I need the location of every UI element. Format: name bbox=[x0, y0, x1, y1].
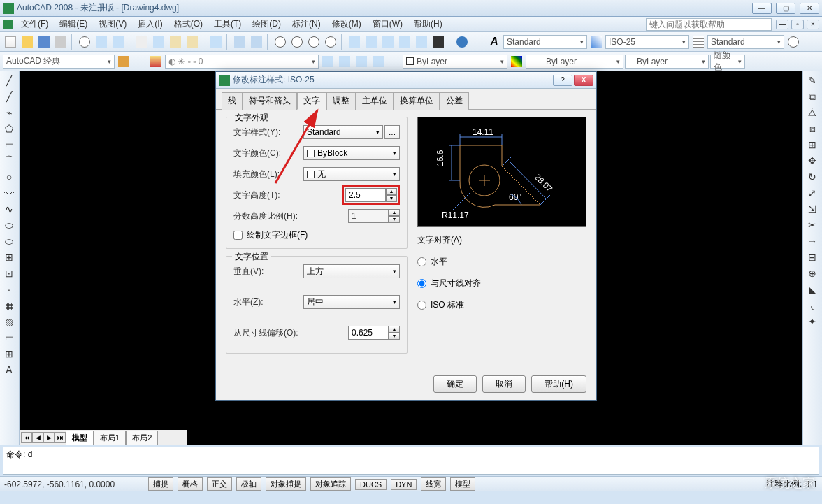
linetype-combo[interactable]: —— ByLayer bbox=[526, 55, 623, 69]
align-iso-radio[interactable] bbox=[417, 301, 426, 310]
table-style-icon[interactable] bbox=[691, 34, 706, 50]
menu-format[interactable]: 格式(O) bbox=[168, 17, 208, 31]
tab-first-button[interactable]: ⏮ bbox=[21, 432, 32, 443]
ellipse-tool[interactable]: ⬭ bbox=[1, 217, 17, 233]
menu-insert[interactable]: 插入(I) bbox=[132, 17, 168, 31]
spin-up-icon[interactable]: ▲ bbox=[386, 188, 397, 195]
array-tool[interactable]: ⊞ bbox=[805, 137, 820, 152]
mu-button[interactable] bbox=[414, 34, 429, 50]
plotstyle-combo[interactable]: 随颜色 bbox=[710, 55, 745, 69]
layer-props-button[interactable] bbox=[148, 54, 164, 69]
find-button[interactable] bbox=[786, 34, 801, 50]
layer-combo[interactable]: ◐ ☀ ▫ ▫ 0 bbox=[165, 55, 319, 69]
props-button[interactable] bbox=[347, 34, 362, 50]
3d-button[interactable] bbox=[110, 34, 126, 50]
trim-tool[interactable]: ✂ bbox=[805, 217, 820, 233]
polygon-tool[interactable]: ⬠ bbox=[1, 121, 17, 136]
text-style-combo[interactable]: Standard bbox=[503, 35, 587, 49]
mirror-tool[interactable]: ⧊ bbox=[805, 105, 820, 120]
layer-state-button[interactable] bbox=[320, 54, 336, 69]
redo-button[interactable] bbox=[249, 34, 264, 50]
text-color-combo[interactable]: ByBlock bbox=[303, 146, 400, 160]
table-style-combo[interactable]: Standard bbox=[707, 35, 784, 49]
tab-model[interactable]: 模型 bbox=[66, 431, 94, 445]
osnap-toggle[interactable]: 对象捕捉 bbox=[266, 477, 306, 491]
zoom-rt-button[interactable] bbox=[289, 34, 305, 50]
gradient-tool[interactable]: ▨ bbox=[1, 314, 17, 329]
tab-primary[interactable]: 主单位 bbox=[356, 92, 394, 110]
erase-tool[interactable]: ✎ bbox=[805, 73, 820, 88]
tab-tol[interactable]: 公差 bbox=[440, 92, 469, 110]
dialog-close-button[interactable]: X bbox=[574, 75, 593, 86]
calc-button[interactable] bbox=[431, 34, 446, 50]
hatch-tool[interactable]: ▦ bbox=[1, 298, 17, 313]
xline-tool[interactable]: ╱ bbox=[1, 89, 17, 104]
offset-tool[interactable]: ⧈ bbox=[805, 121, 820, 136]
tab-arrow[interactable]: 符号和箭头 bbox=[243, 92, 297, 110]
maximize-button[interactable]: ▢ bbox=[776, 3, 795, 14]
stretch-tool[interactable]: ⇲ bbox=[805, 201, 820, 217]
tab-layout1[interactable]: 布局1 bbox=[94, 431, 126, 445]
layer-iso-button[interactable] bbox=[354, 54, 369, 69]
new-button[interactable] bbox=[3, 34, 18, 50]
spin-up-icon[interactable]: ▲ bbox=[389, 326, 400, 333]
block-button[interactable] bbox=[208, 34, 224, 50]
lineweight-combo[interactable]: — ByLayer bbox=[625, 55, 709, 69]
spline-tool[interactable]: ∿ bbox=[1, 201, 17, 217]
color-combo[interactable]: ByLayer bbox=[403, 55, 507, 69]
table-tool[interactable]: ⊞ bbox=[1, 346, 17, 361]
layer-off-button[interactable] bbox=[370, 54, 386, 69]
layer-prev-button[interactable] bbox=[337, 54, 352, 69]
pline-tool[interactable]: ⌁ bbox=[1, 105, 17, 120]
command-line[interactable]: 命令: d bbox=[3, 447, 819, 475]
arc-tool[interactable]: ⌒ bbox=[1, 153, 17, 168]
match-button[interactable] bbox=[185, 34, 200, 50]
mtext-tool[interactable]: A bbox=[1, 362, 17, 377]
point-tool[interactable]: · bbox=[1, 282, 17, 297]
menu-edit[interactable]: 编辑(E) bbox=[54, 17, 93, 31]
doc-minimize-button[interactable]: — bbox=[776, 20, 788, 29]
explode-tool[interactable]: ✦ bbox=[805, 314, 820, 329]
dim-style-combo[interactable]: ISO-25 bbox=[605, 35, 689, 49]
pan-button[interactable] bbox=[273, 34, 288, 50]
text-height-input[interactable] bbox=[345, 188, 386, 202]
align-dimline-radio[interactable] bbox=[417, 279, 426, 288]
plot-preview-button[interactable] bbox=[77, 34, 92, 50]
dim-style-icon[interactable] bbox=[589, 34, 604, 50]
ducs-toggle[interactable]: DUCS bbox=[355, 479, 387, 490]
paste-button[interactable] bbox=[168, 34, 183, 50]
text-style-icon[interactable]: A bbox=[486, 34, 502, 50]
dc-button[interactable] bbox=[363, 34, 379, 50]
insert-block-tool[interactable]: ⊞ bbox=[1, 250, 17, 265]
anno-scale-value[interactable]: 1:1 bbox=[806, 480, 818, 489]
grid-toggle[interactable]: 栅格 bbox=[178, 477, 203, 491]
publish-button[interactable] bbox=[94, 34, 109, 50]
fillet-tool[interactable]: ◟ bbox=[805, 298, 820, 313]
offset-input[interactable] bbox=[348, 326, 389, 340]
rotate-tool[interactable]: ↻ bbox=[805, 169, 820, 185]
copy-tool[interactable]: ⧉ bbox=[805, 89, 820, 104]
menu-view[interactable]: 视图(V) bbox=[93, 17, 132, 31]
chamfer-tool[interactable]: ◣ bbox=[805, 282, 820, 297]
horizontal-combo[interactable]: 居中 bbox=[303, 295, 400, 309]
workspace-combo[interactable]: AutoCAD 经典 bbox=[3, 55, 115, 69]
menu-file[interactable]: 文件(F) bbox=[15, 17, 54, 31]
doc-close-button[interactable]: × bbox=[807, 20, 819, 29]
polar-toggle[interactable]: 极轴 bbox=[236, 477, 261, 491]
ssm-button[interactable] bbox=[397, 34, 412, 50]
dyn-toggle[interactable]: DYN bbox=[391, 479, 417, 490]
vertical-combo[interactable]: 上方 bbox=[303, 264, 400, 278]
ortho-toggle[interactable]: 正交 bbox=[207, 477, 232, 491]
close-button[interactable]: ✕ bbox=[800, 3, 819, 14]
make-block-tool[interactable]: ⊡ bbox=[1, 266, 17, 281]
revcloud-tool[interactable]: 〰 bbox=[1, 185, 17, 201]
region-tool[interactable]: ▭ bbox=[1, 330, 17, 345]
dialog-help-button[interactable]: ? bbox=[553, 75, 572, 86]
spin-down-icon[interactable]: ▼ bbox=[386, 195, 397, 202]
save-button[interactable] bbox=[36, 34, 52, 50]
menu-modify[interactable]: 修改(M) bbox=[326, 17, 367, 31]
help-button[interactable] bbox=[454, 34, 470, 50]
circle-tool[interactable]: ○ bbox=[1, 169, 17, 185]
undo-button[interactable] bbox=[232, 34, 247, 50]
text-style-combo[interactable]: Standard bbox=[303, 125, 383, 139]
